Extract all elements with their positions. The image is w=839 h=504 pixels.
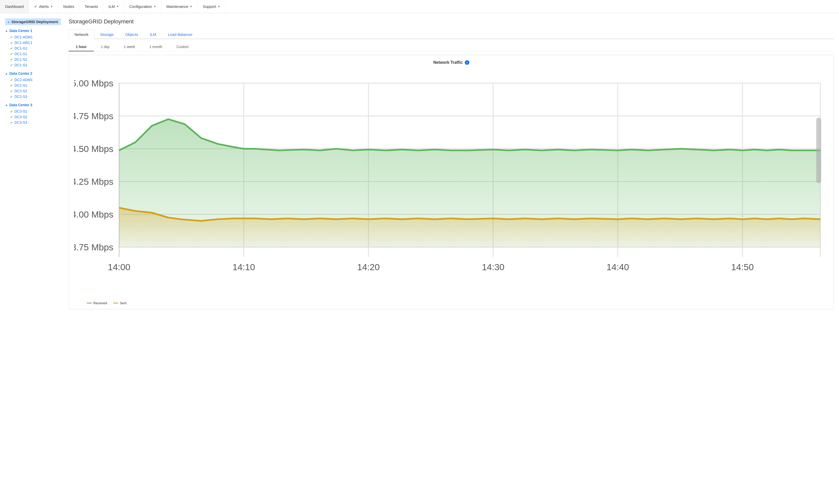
support-arrow-icon: ▼: [218, 5, 220, 8]
configuration-arrow-icon: ▼: [154, 5, 156, 8]
ilm-arrow-icon: ▼: [117, 5, 119, 8]
svg-text:4.00 Mbps: 4.00 Mbps: [74, 210, 113, 220]
dc1-nodes: ✔ DC1-ADM1 ✔ DC1-ARC1 ✔ DC1-G1 ✔ DC1-S1 …: [5, 34, 61, 68]
time-1week[interactable]: 1 week: [117, 43, 142, 51]
chart-svg-wrapper: 5.00 Mbps 4.75 Mbps 4.50 Mbps 4.25 Mbps …: [74, 68, 828, 299]
dc2-header[interactable]: ▲ Data Center 2: [5, 71, 61, 75]
svg-text:4.25 Mbps: 4.25 Mbps: [74, 177, 113, 187]
tabs-bar: Network Storage Objects ILM Load Balance…: [69, 30, 834, 39]
nav-ilm[interactable]: ILM ▼: [104, 0, 124, 13]
dc3-label: Data Center 3: [10, 103, 32, 107]
legend-received: Received: [87, 301, 107, 305]
legend-received-line: [87, 303, 92, 304]
svg-text:4.75 Mbps: 4.75 Mbps: [74, 111, 113, 121]
node-dc3-s1[interactable]: ✔ DC3-S1: [10, 109, 61, 114]
dc2-label: Data Center 2: [10, 71, 32, 75]
node-dc1-adm1[interactable]: ✔ DC1-ADM1: [10, 34, 61, 40]
dc1-s2-label: DC1-S2: [15, 57, 27, 61]
nav-support-label: Support: [203, 4, 216, 8]
dc2-s3-check-icon: ✔: [10, 95, 13, 98]
chart-title: Network Traffic i: [74, 60, 828, 65]
tab-load-balancer[interactable]: Load Balancer: [162, 30, 198, 39]
node-dc2-s3[interactable]: ✔ DC2-S3: [10, 94, 61, 100]
tab-ilm[interactable]: ILM: [144, 30, 162, 39]
nav-tenants[interactable]: Tenants: [79, 0, 104, 13]
dc1-adm1-label: DC1-ADM1: [15, 35, 33, 39]
dc2-s1-check-icon: ✔: [10, 84, 13, 87]
legend-sent-line: [113, 303, 118, 304]
node-dc3-s2[interactable]: ✔ DC3-S2: [10, 114, 61, 120]
dc2-nodes: ✔ DC2-ADM1 ✔ DC2-S1 ✔ DC2-S2 ✔ DC2-S3: [5, 77, 61, 100]
nav-ilm-label: ILM: [109, 4, 115, 8]
dc1-header[interactable]: ▲ Data Center 1: [5, 29, 61, 33]
node-dc1-g1[interactable]: ✔ DC1-G1: [10, 46, 61, 51]
sidebar-root[interactable]: ▲ StorageGRID Deployment: [5, 18, 61, 25]
alerts-check-icon: ✔: [34, 4, 37, 9]
dc1-s1-check-icon: ✔: [10, 52, 13, 56]
time-1month[interactable]: 1 month: [142, 43, 169, 51]
dc1-arrow-icon: ▲: [5, 29, 8, 32]
svg-text:14:50: 14:50: [731, 262, 754, 272]
legend-sent-label: Sent: [120, 301, 127, 305]
node-dc2-s1[interactable]: ✔ DC2-S1: [10, 83, 61, 88]
sidebar-root-label: StorageGRID Deployment: [12, 20, 58, 24]
legend-sent: Sent: [113, 301, 127, 305]
dc3-s3-label: DC3-S3: [15, 121, 27, 125]
svg-text:14:20: 14:20: [357, 262, 380, 272]
chart-info-icon[interactable]: i: [465, 60, 469, 65]
nav-maintenance[interactable]: Maintenance ▼: [161, 0, 198, 13]
node-dc2-adm1[interactable]: ✔ DC2-ADM1: [10, 77, 61, 83]
svg-text:14:10: 14:10: [232, 262, 255, 272]
nav-dashboard[interactable]: Dashboard: [0, 0, 29, 13]
node-dc1-arc1[interactable]: ✔ DC1-ARC1: [10, 40, 61, 46]
tab-objects[interactable]: Objects: [120, 30, 144, 39]
node-dc2-s2[interactable]: ✔ DC2-S2: [10, 88, 61, 94]
svg-text:14:30: 14:30: [482, 262, 504, 272]
legend-received-label: Received: [93, 301, 107, 305]
content-area: StorageGRID Deployment Network Storage O…: [69, 18, 834, 309]
dc1-s2-check-icon: ✔: [10, 58, 13, 61]
dc1-label: Data Center 1: [10, 29, 32, 33]
page-title: StorageGRID Deployment: [69, 18, 834, 25]
dc2-adm1-check-icon: ✔: [10, 78, 13, 82]
dc1-g1-check-icon: ✔: [10, 47, 13, 50]
nav-alerts[interactable]: ✔ Alerts ▼: [29, 0, 58, 13]
dc1-arc1-check-icon: ✔: [10, 41, 13, 45]
tab-storage[interactable]: Storage: [94, 30, 120, 39]
dc2-s2-label: DC2-S2: [15, 89, 27, 93]
chart-svg: 5.00 Mbps 4.75 Mbps 4.50 Mbps 4.25 Mbps …: [74, 68, 828, 298]
nav-nodes-label: Nodes: [63, 4, 74, 8]
nav-configuration[interactable]: Configuration ▼: [124, 0, 161, 13]
time-custom[interactable]: Custom: [169, 43, 196, 51]
top-nav: Dashboard ✔ Alerts ▼ Nodes Tenants ILM ▼…: [0, 0, 839, 13]
svg-text:4.50 Mbps: 4.50 Mbps: [74, 144, 113, 154]
node-dc1-s1[interactable]: ✔ DC1-S1: [10, 51, 61, 57]
svg-rect-25: [816, 118, 821, 183]
root-arrow-icon: ▲: [7, 20, 10, 23]
svg-text:5.00 Mbps: 5.00 Mbps: [74, 78, 113, 88]
nav-alerts-label: Alerts: [39, 4, 49, 8]
node-dc3-s3[interactable]: ✔ DC3-S3: [10, 120, 61, 125]
nav-support[interactable]: Support ▼: [198, 0, 225, 13]
svg-text:3.75 Mbps: 3.75 Mbps: [74, 242, 113, 252]
nav-nodes[interactable]: Nodes: [58, 0, 79, 13]
sidebar-dc1: ▲ Data Center 1 ✔ DC1-ADM1 ✔ DC1-ARC1 ✔ …: [5, 29, 61, 68]
dc2-adm1-label: DC2-ADM1: [15, 78, 33, 82]
tab-network[interactable]: Network: [69, 30, 94, 39]
dc2-s1-label: DC2-S1: [15, 83, 27, 87]
time-1hour[interactable]: 1 hour: [69, 43, 94, 51]
time-1day[interactable]: 1 day: [94, 43, 117, 51]
dc3-s1-label: DC3-S1: [15, 109, 27, 113]
dc3-s2-label: DC3-S2: [15, 115, 27, 119]
node-dc1-s3[interactable]: ✔ DC1-S3: [10, 62, 61, 68]
dc3-header[interactable]: ▲ Data Center 3: [5, 103, 61, 107]
nav-maintenance-label: Maintenance: [166, 4, 189, 8]
chart-container: Network Traffic i 5.00 Mbps 4.75 Mbps 4.…: [69, 55, 834, 309]
dc3-s1-check-icon: ✔: [10, 110, 13, 113]
dc2-arrow-icon: ▲: [5, 72, 8, 75]
dc2-s3-label: DC2-S3: [15, 94, 27, 98]
maintenance-arrow-icon: ▼: [190, 5, 193, 8]
sidebar-dc2: ▲ Data Center 2 ✔ DC2-ADM1 ✔ DC2-S1 ✔ DC…: [5, 71, 61, 100]
node-dc1-s2[interactable]: ✔ DC1-S2: [10, 57, 61, 62]
sidebar-dc3: ▲ Data Center 3 ✔ DC3-S1 ✔ DC3-S2 ✔ DC3-…: [5, 103, 61, 125]
